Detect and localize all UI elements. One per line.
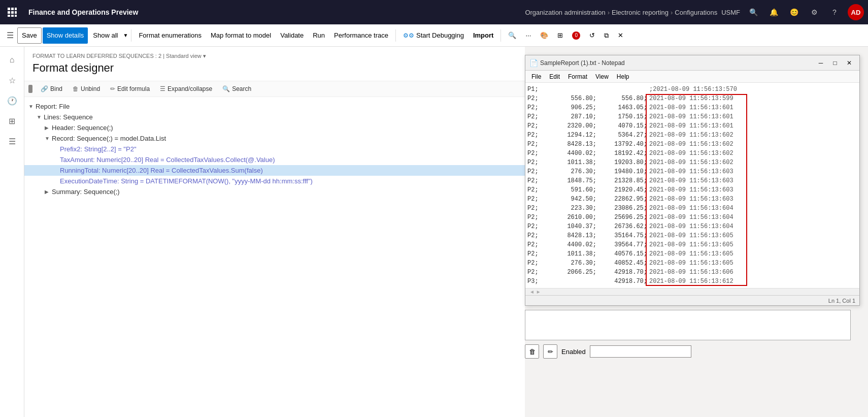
import-button[interactable]: Import (469, 27, 497, 44)
sep-1 (131, 29, 131, 42)
show-all-button[interactable]: Show all (89, 27, 122, 44)
notepad-line: P1;;2021-08-09 11:56:13:570 (527, 85, 857, 94)
search-button[interactable]: 🔍 Search (218, 83, 255, 94)
notepad-menu-view[interactable]: View (591, 72, 613, 81)
search-toolbar-button[interactable]: 🔍 (504, 27, 520, 44)
line-col1: P2; (527, 112, 548, 121)
tree-item[interactable]: RunningTotal: Numeric[20..20] Real = Col… (24, 165, 525, 176)
list-icon[interactable]: ☰ (3, 132, 21, 150)
map-format-button[interactable]: Map format to model (207, 27, 275, 44)
tree-toggle[interactable]: ▼ (28, 104, 36, 109)
designer-toolbar: 🔗 Bind 🗑 Unbind ✏ Edit formula ☰ Expand/… (24, 81, 525, 97)
link-icon: 🔗 (41, 85, 48, 92)
line-col4: 2021-08-09 11:56:13:612 (649, 277, 733, 286)
split-view-button[interactable]: ⊞ (553, 27, 567, 44)
refresh-button[interactable]: ↺ (585, 27, 599, 44)
tree-item[interactable]: ▼Report: File (24, 101, 525, 112)
line-col4: 2021-08-09 11:56:13:604 (649, 204, 733, 213)
line-col4: 2021-08-09 11:56:13:601 (649, 112, 733, 121)
line-col1: P2; (527, 259, 548, 268)
clock-icon[interactable]: 🕐 (3, 91, 21, 110)
settings-icon[interactable]: ⚙ (807, 5, 821, 19)
notepad-menu-file[interactable]: File (527, 72, 545, 81)
app-title: Finance and Operations Preview (24, 8, 521, 16)
line-col2: 2320.00; (548, 121, 598, 131)
tree-item-label: Summary: Sequence(;) (52, 188, 521, 196)
run-button[interactable]: Run (309, 27, 329, 44)
breadcrumb-dropdown-icon[interactable]: ▾ (203, 53, 206, 59)
line-col4: 2021-08-09 11:56:13:605 (649, 231, 733, 240)
tree-toggle[interactable]: ▶ (45, 125, 52, 131)
delete-button[interactable]: 🗑 (525, 344, 539, 359)
notepad-close-button[interactable]: ✕ (843, 58, 855, 68)
line-col2: 8428.13; (548, 231, 598, 240)
unbind-button[interactable]: 🗑 Unbind (69, 83, 104, 94)
user-avatar[interactable]: AD (848, 4, 864, 20)
close-main-button[interactable]: ✕ (614, 27, 627, 44)
paint-bucket-button[interactable]: 🎨 (536, 27, 552, 44)
save-button[interactable]: Save (17, 27, 42, 44)
notepad-scrollbar-h[interactable]: ◄ ► (525, 288, 859, 295)
notepad-menu-help[interactable]: Help (613, 72, 633, 81)
line-col1: P2; (527, 268, 548, 277)
bell-icon[interactable]: 🔔 (766, 5, 781, 19)
bind-button[interactable]: 🔗 Bind (37, 83, 66, 94)
more-button[interactable]: ··· (521, 27, 535, 44)
svg-rect-3 (8, 11, 10, 14)
app-grid-icon[interactable] (4, 4, 20, 20)
tree-item[interactable]: Prefix2: String[2..2] = "P2" (24, 144, 525, 154)
tree-toggle[interactable]: ▼ (37, 114, 44, 120)
line-col1: P3; (527, 277, 548, 286)
notepad-minimize-button[interactable]: ─ (815, 58, 827, 68)
line-col2: 2610.00; (548, 213, 598, 222)
format-enumerations-button[interactable]: Format enumerations (135, 27, 206, 44)
show-all-dropdown[interactable]: Show all ▼ (89, 27, 128, 44)
line-col2: 4400.02; (548, 149, 598, 158)
line-col3: 23086.25; (598, 204, 649, 213)
help-icon[interactable]: ? (827, 5, 842, 19)
filter-icon[interactable] (28, 85, 32, 93)
performance-trace-button[interactable]: Performance trace (330, 27, 392, 44)
expand-button[interactable]: ⧉ (600, 27, 613, 44)
breadcrumb-item-2[interactable]: Electronic reporting (612, 9, 669, 16)
edit-button[interactable]: ✏ (543, 344, 557, 359)
grid-icon[interactable]: ⊞ (3, 112, 21, 130)
line-col4: 2021-08-09 11:56:13:605 (649, 249, 733, 259)
tree-item-label: TaxAmount: Numeric[20..20] Real = Collec… (60, 156, 521, 164)
tree-item[interactable]: ▶Header: Sequence(;) (24, 122, 525, 133)
line-col1: P2; (527, 249, 548, 259)
tree-toggle[interactable]: ▼ (45, 136, 52, 141)
lower-textarea[interactable] (525, 310, 851, 340)
tree-toggle[interactable]: ▶ (45, 189, 52, 195)
expand-collapse-button[interactable]: ☰ Expand/collapse (156, 83, 216, 94)
line-col4: 2021-08-09 11:56:13:604 (649, 222, 733, 231)
hamburger-icon[interactable]: ☰ (4, 29, 16, 42)
home-icon[interactable]: ⌂ (3, 51, 21, 69)
star-icon[interactable]: ☆ (3, 71, 21, 89)
notepad-restore-button[interactable]: □ (829, 58, 841, 68)
validate-button[interactable]: Validate (276, 27, 308, 44)
smiley-icon[interactable]: 😊 (787, 5, 801, 19)
start-debugging-button[interactable]: ⚙⚙ Start Debugging (399, 27, 468, 44)
breadcrumb-item-3[interactable]: Configurations (675, 9, 717, 16)
tree-item[interactable]: ExecutionDateTime: String = DATETIMEFORM… (24, 176, 525, 186)
show-details-button[interactable]: Show details (43, 27, 88, 44)
notepad-menu-edit[interactable]: Edit (545, 72, 564, 81)
badge-button[interactable]: 0 (568, 27, 584, 44)
line-col1: P2; (527, 103, 548, 112)
line-col2: 8428.13; (548, 140, 598, 149)
line-col3: 1463.05; (598, 103, 649, 112)
tree-container[interactable]: ▼Report: File▼Lines: Sequence▶Header: Se… (24, 97, 525, 417)
search-icon[interactable]: 🔍 (746, 5, 760, 19)
breadcrumb-item-1[interactable]: Organization administration (525, 9, 605, 16)
enabled-input[interactable] (590, 345, 691, 358)
notepad-content[interactable]: P1;;2021-08-09 11:56:13:570P2;556.80;556… (525, 83, 859, 288)
notepad-menu-format[interactable]: Format (564, 72, 591, 81)
tree-item[interactable]: ▼Record: Sequence(;) = model.Data.List (24, 133, 525, 144)
svg-rect-4 (11, 11, 14, 14)
tree-item[interactable]: TaxAmount: Numeric[20..20] Real = Collec… (24, 154, 525, 165)
tree-item[interactable]: ▼Lines: Sequence (24, 112, 525, 122)
notepad-line: P2;1040.37;26736.62;2021-08-09 11:56:13:… (527, 222, 857, 231)
edit-formula-button[interactable]: ✏ Edit formula (106, 83, 154, 94)
tree-item[interactable]: ▶Summary: Sequence(;) (24, 186, 525, 197)
